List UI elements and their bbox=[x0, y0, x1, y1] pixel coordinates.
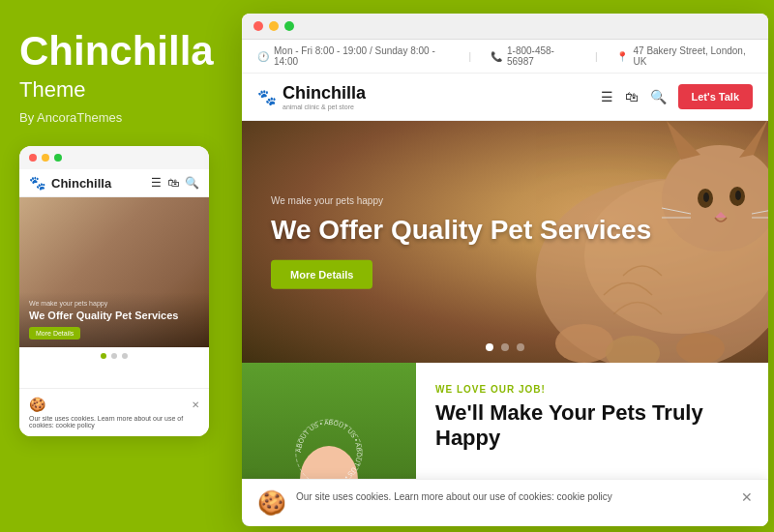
browser-chrome bbox=[242, 14, 768, 40]
mobile-paw-icon: 🐾 bbox=[29, 175, 45, 191]
mobile-slider-dot-2 bbox=[111, 353, 117, 359]
topbar-separator-2: | bbox=[595, 51, 598, 62]
topbar-schedule: 🕐 Mon - Fri 8:00 - 19:00 / Sunday 8:00 -… bbox=[257, 45, 449, 67]
left-panel: Chinchilla Theme By AncoraThemes 🐾 Chinc… bbox=[0, 0, 232, 532]
cookie-close-button[interactable]: ✕ bbox=[741, 489, 753, 505]
mobile-bag-icon[interactable]: 🛍 bbox=[167, 176, 179, 190]
mobile-dot-green bbox=[54, 154, 62, 162]
svg-marker-4 bbox=[739, 121, 768, 158]
svg-point-16 bbox=[676, 333, 725, 363]
phone-icon: 📞 bbox=[491, 51, 502, 62]
nav-search-icon[interactable]: 🔍 bbox=[650, 89, 667, 104]
schedule-text: Mon - Fri 8:00 - 19:00 / Sunday 8:00 - 1… bbox=[274, 45, 449, 67]
mobile-cookie-icon: 🍪 bbox=[29, 397, 45, 412]
clock-icon: 🕐 bbox=[257, 51, 269, 62]
mobile-hero-section: We make your pets happy We Offer Quality… bbox=[19, 197, 209, 347]
browser-dot-yellow bbox=[269, 21, 279, 31]
mobile-slider-dot-1 bbox=[101, 353, 106, 359]
cookie-text: Our site uses cookies. Learn more about … bbox=[296, 489, 731, 504]
hero-slider-dots bbox=[486, 343, 524, 351]
browser-navbar: 🐾 Chinchilla animal clinic & pet store ☰… bbox=[242, 74, 768, 121]
nav-brand: Chinchilla animal clinic & pet store bbox=[283, 83, 366, 110]
topbar-phone: 📞 1-800-458-56987 bbox=[491, 45, 576, 67]
hero-dot-1 bbox=[486, 343, 493, 351]
cookie-icon: 🍪 bbox=[257, 489, 286, 517]
browser-window: 🕐 Mon - Fri 8:00 - 19:00 / Sunday 8:00 -… bbox=[242, 14, 768, 526]
nav-cart-icon[interactable]: 🛍 bbox=[625, 89, 639, 104]
nav-logo: 🐾 Chinchilla animal clinic & pet store bbox=[257, 83, 366, 110]
svg-text:ABOUT US • ABOUT US • ABOUT US: ABOUT US • ABOUT US • ABOUT US • bbox=[295, 419, 363, 482]
mobile-cookie-close[interactable]: ✕ bbox=[192, 399, 199, 410]
mobile-window-dots bbox=[19, 146, 209, 169]
mobile-nav-icons: ☰ 🛍 🔍 bbox=[151, 176, 199, 190]
mobile-dot-red bbox=[29, 154, 37, 162]
topbar-separator-1: | bbox=[468, 51, 471, 62]
browser-dot-red bbox=[253, 21, 263, 31]
mobile-brand-name: Chinchilla bbox=[51, 176, 145, 191]
location-icon: 📍 bbox=[616, 51, 628, 62]
mobile-cookie-header: 🍪 ✕ bbox=[29, 397, 199, 412]
theme-author: By AncoraThemes bbox=[19, 110, 213, 125]
svg-marker-3 bbox=[667, 121, 700, 160]
hero-section: We make your pets happy We Offer Quality… bbox=[242, 121, 768, 363]
mobile-dot-yellow bbox=[42, 154, 49, 162]
mobile-slider-dot-3 bbox=[122, 353, 128, 359]
nav-menu-icon[interactable]: ☰ bbox=[601, 89, 613, 104]
mobile-preview-card: 🐾 Chinchilla ☰ 🛍 🔍 We make your pets hap… bbox=[19, 146, 209, 436]
browser-cookie-notice: 🍪 Our site uses cookies. Learn more abou… bbox=[242, 479, 768, 526]
nav-brand-name: Chinchilla bbox=[283, 83, 366, 103]
nav-brand-tagline: animal clinic & pet store bbox=[283, 103, 366, 110]
hero-more-details-button[interactable]: More Details bbox=[271, 259, 372, 288]
mobile-more-details-button[interactable]: More Details bbox=[29, 327, 80, 340]
mobile-hero-title: We Offer Quality Pet Services bbox=[29, 309, 199, 322]
hero-small-text: We make your pets happy bbox=[271, 195, 651, 206]
theme-subtitle: Theme bbox=[19, 77, 213, 103]
svg-point-14 bbox=[555, 324, 613, 363]
hero-title: We Offer Quality Pet Services bbox=[271, 214, 651, 247]
hero-dot-2 bbox=[501, 343, 509, 351]
svg-point-8 bbox=[735, 191, 741, 200]
mobile-slider-dots bbox=[19, 347, 209, 365]
about-label: WE LOVE OUR JOB! bbox=[435, 384, 749, 395]
mobile-hero-overlay: We make your pets happy We Offer Quality… bbox=[19, 292, 209, 347]
theme-title: Chinchilla bbox=[19, 29, 213, 74]
mobile-search-icon[interactable]: 🔍 bbox=[185, 176, 199, 190]
nav-icons: ☰ 🛍 🔍 bbox=[601, 89, 667, 104]
address-text: 47 Bakery Street, London, UK bbox=[633, 45, 753, 67]
phone-text: 1-800-458-56987 bbox=[507, 45, 576, 67]
browser-dot-green bbox=[284, 21, 294, 31]
hero-dot-3 bbox=[517, 343, 524, 351]
mobile-cookie-notice: 🍪 ✕ Our site uses cookies. Learn more ab… bbox=[19, 388, 209, 436]
svg-point-7 bbox=[703, 192, 709, 202]
nav-paw-icon: 🐾 bbox=[257, 88, 277, 106]
about-heading: We'll Make Your Pets Truly Happy bbox=[435, 400, 749, 452]
topbar-address: 📍 47 Bakery Street, London, UK bbox=[616, 45, 753, 67]
nav-cta-button[interactable]: Let's Talk bbox=[678, 84, 753, 109]
mobile-hero-small-text: We make your pets happy bbox=[29, 300, 199, 307]
hero-content: We make your pets happy We Offer Quality… bbox=[271, 195, 651, 289]
browser-topbar: 🕐 Mon - Fri 8:00 - 19:00 / Sunday 8:00 -… bbox=[242, 40, 768, 74]
mobile-cookie-text: Our site uses cookies. Learn more about … bbox=[29, 415, 199, 429]
mobile-menu-icon[interactable]: ☰ bbox=[151, 176, 162, 190]
mobile-nav: 🐾 Chinchilla ☰ 🛍 🔍 bbox=[19, 169, 209, 197]
